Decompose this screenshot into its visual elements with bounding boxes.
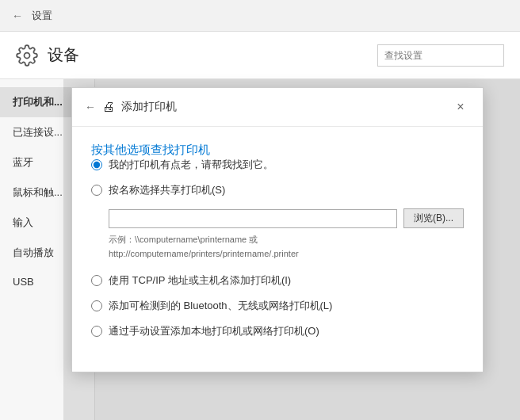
search-input[interactable] <box>377 44 504 67</box>
shared-printer-input-row: 浏览(B)... <box>109 208 464 228</box>
shared-printer-input[interactable] <box>109 209 397 228</box>
dialog-header-left: ← 🖨 添加打印机 <box>85 100 177 114</box>
radio-input-2[interactable] <box>91 185 102 196</box>
top-bar-back-button[interactable]: ← <box>10 8 25 24</box>
top-bar: ← 设置 <box>0 0 520 32</box>
radio-option-1[interactable]: 我的打印机有点老，请帮我找到它。 <box>91 158 464 172</box>
dialog-back-button[interactable]: ← <box>85 101 96 113</box>
radio-label-2: 按名称选择共享打印机(S) <box>109 183 225 197</box>
dialog-overlay: ← 🖨 添加打印机 × 按其他选项查找打印机 我的打印机有点老，请帮我找到它。 … <box>63 79 520 420</box>
gear-icon <box>16 44 38 67</box>
radio-input-1[interactable] <box>91 159 102 170</box>
add-printer-dialog: ← 🖨 添加打印机 × 按其他选项查找打印机 我的打印机有点老，请帮我找到它。 … <box>71 87 484 372</box>
main-content: 打印机和... 已连接设... 蓝牙 鼠标和触... 输入 自动播放 USB ←… <box>0 79 520 420</box>
radio-option-5[interactable]: 通过手动设置添加本地打印机或网络打印机(O) <box>91 324 464 338</box>
radio-label-3: 使用 TCP/IP 地址或主机名添加打印机(I) <box>109 273 291 288</box>
radio-label-1: 我的打印机有点老，请帮我找到它。 <box>109 158 273 172</box>
radio-input-5[interactable] <box>91 326 102 337</box>
top-bar-title: 设置 <box>32 9 52 23</box>
radio-input-4[interactable] <box>91 300 102 311</box>
radio-option-2[interactable]: 按名称选择共享打印机(S) <box>91 183 464 197</box>
radio-input-3[interactable] <box>91 275 102 286</box>
radio-option-3[interactable]: 使用 TCP/IP 地址或主机名添加打印机(I) <box>91 273 464 288</box>
dialog-title: 添加打印机 <box>121 100 177 114</box>
dialog-close-button[interactable]: × <box>451 97 470 116</box>
svg-point-0 <box>25 52 30 58</box>
dialog-body: 按其他选项查找打印机 我的打印机有点老，请帮我找到它。 按名称选择共享打印机(S… <box>72 127 483 365</box>
radio-label-5: 通过手动设置添加本地打印机或网络打印机(O) <box>109 324 319 338</box>
settings-title-area: 设备 <box>16 44 79 67</box>
printer-icon: 🖨 <box>102 100 115 114</box>
radio-label-4: 添加可检测到的 Bluetooth、无线或网络打印机(L) <box>109 299 332 313</box>
browse-button[interactable]: 浏览(B)... <box>403 208 464 228</box>
dialog-header: ← 🖨 添加打印机 × <box>72 88 483 127</box>
settings-title: 设备 <box>48 44 79 66</box>
radio-option-4[interactable]: 添加可检测到的 Bluetooth、无线或网络打印机(L) <box>91 299 464 313</box>
dialog-subtitle[interactable]: 按其他选项查找打印机 <box>91 143 210 156</box>
example-text: 示例：\\computername\printername 或 http://c… <box>109 233 464 261</box>
settings-header: 设备 <box>0 32 520 79</box>
